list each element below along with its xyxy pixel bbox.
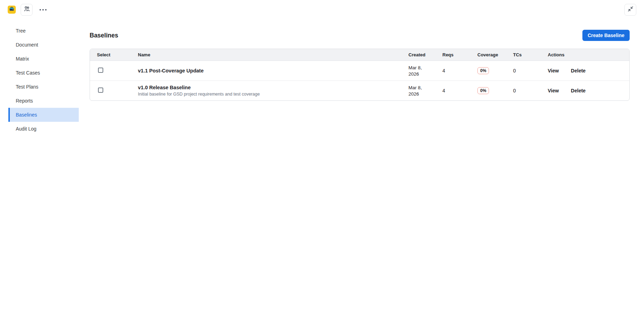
sidebar-item-document[interactable]: Document [8, 38, 79, 52]
table-row: v1.1 Post-Coverage Update Mar 8, 2026 4 … [90, 61, 629, 81]
reqs-count: 4 [442, 88, 445, 93]
baseline-name: v1.0 Release Baseline [138, 85, 398, 90]
baselines-table: Select Name Created Reqs Coverage TCs Ac… [90, 49, 629, 100]
main-content: Baselines Create Baseline Select Name Cr… [79, 19, 644, 101]
sidebar-item-audit-log[interactable]: Audit Log [8, 122, 79, 136]
baseline-description: Initial baseline for GSD project require… [138, 92, 398, 97]
sidebar: Tree Document Matrix Test Cases Test Pla… [0, 19, 79, 136]
column-header-select: Select [90, 49, 131, 61]
ellipsis-icon [40, 9, 41, 10]
table-row: v1.0 Release Baseline Initial baseline f… [90, 81, 629, 101]
top-bar [0, 0, 644, 19]
row-checkbox[interactable] [98, 68, 103, 73]
delete-button[interactable]: Delete [571, 66, 586, 75]
create-baseline-button[interactable]: Create Baseline [582, 30, 630, 41]
sidebar-item-matrix[interactable]: Matrix [8, 52, 79, 66]
collapse-button[interactable] [624, 4, 636, 16]
baseline-name: v1.1 Post-Coverage Update [138, 68, 398, 74]
row-checkbox[interactable] [98, 88, 103, 93]
sidebar-item-test-plans[interactable]: Test Plans [8, 80, 79, 94]
sidebar-item-baselines[interactable]: Baselines [8, 108, 79, 122]
view-button[interactable]: View [548, 66, 559, 75]
created-date: Mar 8, 2026 [408, 65, 422, 77]
column-header-name: Name [131, 49, 401, 61]
page-layout: Tree Document Matrix Test Cases Test Pla… [0, 19, 644, 136]
view-button[interactable]: View [548, 86, 559, 95]
sidebar-item-tree[interactable]: Tree [8, 24, 79, 38]
column-header-coverage: Coverage [470, 49, 506, 61]
sidebar-item-test-cases[interactable]: Test Cases [8, 66, 79, 80]
tcs-count: 0 [513, 68, 516, 74]
baselines-table-container: Select Name Created Reqs Coverage TCs Ac… [90, 49, 630, 101]
main-header: Baselines Create Baseline [90, 30, 630, 41]
column-header-actions: Actions [541, 49, 629, 61]
column-header-tcs: TCs [506, 49, 541, 61]
ellipsis-icon [42, 9, 44, 10]
users-button[interactable] [21, 4, 33, 16]
delete-button[interactable]: Delete [571, 86, 586, 95]
created-date: Mar 8, 2026 [408, 85, 422, 97]
page-title: Baselines [90, 32, 118, 39]
users-icon [23, 6, 30, 14]
toolbox-icon [9, 6, 14, 13]
reqs-count: 4 [442, 68, 445, 74]
more-options-button[interactable] [37, 7, 49, 13]
app-logo[interactable] [8, 6, 16, 14]
column-header-reqs: Reqs [435, 49, 470, 61]
column-header-created: Created [401, 49, 435, 61]
ellipsis-icon [45, 9, 47, 10]
table-header-row: Select Name Created Reqs Coverage TCs Ac… [90, 49, 629, 61]
coverage-badge: 0% [477, 87, 489, 94]
coverage-badge: 0% [477, 67, 489, 74]
sidebar-item-reports[interactable]: Reports [8, 94, 79, 108]
tcs-count: 0 [513, 88, 516, 93]
collapse-arrows-icon [628, 6, 634, 13]
